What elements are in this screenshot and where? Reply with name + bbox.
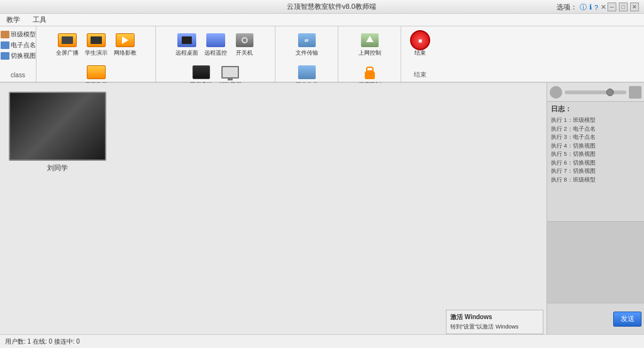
title-bar: 云顶智慧教室软件v8.0教师端 ─ □ ✕ xyxy=(0,0,644,14)
unblack-screen-icon xyxy=(220,63,240,81)
diary-entry-0: 执行 1：班级模型 xyxy=(551,116,640,125)
info-icon[interactable]: ℹ xyxy=(589,3,592,11)
panel-control-icon[interactable] xyxy=(629,86,641,99)
remote-desktop-icon xyxy=(177,31,197,49)
question-icon[interactable]: ? xyxy=(594,4,598,11)
class-section-label: class xyxy=(11,72,25,80)
close-small-icon[interactable]: ✕ xyxy=(601,3,606,11)
fullscreen-broadcast-icon xyxy=(57,31,77,49)
toolbar: 班级模型 电子点名 切换视图 class xyxy=(0,26,644,83)
toolbar-section-broadcast: 全屏广播 学生演示 网络影教 xyxy=(36,26,156,82)
fullscreen-broadcast-button[interactable]: 全屏广播 xyxy=(53,29,81,60)
minimize-button[interactable]: ─ xyxy=(608,3,616,11)
remote-control-button[interactable]: 远程遥控 xyxy=(202,29,230,60)
student-card[interactable]: 刘同学 xyxy=(9,92,106,173)
electronic-roll-icon xyxy=(1,41,9,49)
diary-entry-6: 执行 7：切换视图 xyxy=(551,167,640,176)
menu-item-tools[interactable]: 工具 xyxy=(30,14,49,26)
send-button[interactable]: 发送 xyxy=(613,312,641,327)
app-title: 云顶智慧教室软件v8.0教师端 xyxy=(55,2,608,11)
network-cinema-button[interactable]: 网络影教 xyxy=(111,29,139,60)
slider-thumb xyxy=(606,89,614,96)
diary-entry-5: 执行 6：切换视图 xyxy=(551,159,640,168)
end-icon: ■ xyxy=(410,31,430,49)
windows-activation-notice: 激活 Windows 转到"设置"以激活 Windows xyxy=(446,310,543,334)
distribute-homework-icon xyxy=(297,63,317,81)
student-area: 刘同学 xyxy=(0,83,547,334)
student-screen xyxy=(9,92,106,161)
circle-i-icon[interactable]: ⓘ xyxy=(580,3,587,12)
status-bar: 用户数: 1 在线: 0 接连中: 0 xyxy=(0,334,644,348)
end-button[interactable]: ■ 结束 xyxy=(406,29,434,60)
top-right-controls: 选项： ⓘ ℹ ? ✕ xyxy=(557,3,606,12)
file-transfer-icon: ⇄ xyxy=(297,31,317,49)
panel-avatar-icon xyxy=(550,86,562,99)
diary-entry-1: 执行 2：电子点名 xyxy=(551,125,640,134)
win-activate-title: 激活 Windows xyxy=(450,313,539,322)
right-panel: 日志： 执行 1：班级模型 执行 2：电子点名 执行 3：电子点名 执行 4：切… xyxy=(547,83,644,334)
panel-slider[interactable] xyxy=(565,90,626,94)
remote-control-icon xyxy=(206,31,226,49)
power-icon xyxy=(235,31,255,49)
class-model-button[interactable]: 班级模型 xyxy=(0,30,38,40)
options-label: 选项： xyxy=(557,3,577,12)
demo-teaching-icon xyxy=(86,63,106,81)
maximize-button[interactable]: □ xyxy=(619,3,628,11)
right-panel-top xyxy=(547,83,644,102)
main-content: 刘同学 日志： 执行 1：班级模型 执行 2：电子点名 执行 3：电子点名 执行… xyxy=(0,83,644,334)
program-limit-icon xyxy=(360,63,380,81)
internet-control-icon xyxy=(360,31,380,49)
internet-control-button[interactable]: 上网控制 xyxy=(356,29,384,60)
diary-entry-4: 执行 5：切换视图 xyxy=(551,150,640,159)
diary-entry-3: 执行 4：切换视图 xyxy=(551,142,640,151)
toolbar-section-end: ■ 结束 结束 xyxy=(401,26,439,82)
remote-desktop-button[interactable]: 远程桌面 xyxy=(173,29,201,60)
student-name: 刘同学 xyxy=(47,163,68,173)
toolbar-section-limit: 上网控制 程序限制 学生限制 xyxy=(338,26,401,82)
diary-entry-2: 执行 3：电子点名 xyxy=(551,133,640,142)
menu-item-teach[interactable]: 教学 xyxy=(4,14,23,26)
class-model-icon xyxy=(1,31,9,38)
send-area: 发送 xyxy=(547,303,644,334)
diary-section: 日志： 执行 1：班级模型 执行 2：电子点名 执行 3：电子点名 执行 4：切… xyxy=(547,102,644,221)
toolbar-section-class: 班级模型 电子点名 切换视图 class xyxy=(0,26,36,82)
power-button[interactable]: 开关机 xyxy=(231,29,258,60)
diary-entry-7: 执行 8：班级模型 xyxy=(551,176,640,185)
switch-view-icon xyxy=(1,52,9,60)
electronic-roll-button[interactable]: 电子点名 xyxy=(0,40,38,50)
close-button[interactable]: ✕ xyxy=(630,3,639,11)
window-controls[interactable]: ─ □ ✕ xyxy=(608,3,639,11)
file-transfer-button[interactable]: ⇄ 文件传输 xyxy=(293,29,321,60)
network-cinema-icon xyxy=(115,31,135,49)
student-demo-icon xyxy=(86,31,106,49)
diary-title: 日志： xyxy=(551,104,640,114)
student-demo-button[interactable]: 学生演示 xyxy=(82,29,110,60)
switch-view-button[interactable]: 切换视图 xyxy=(0,51,38,61)
status-text: 用户数: 1 在线: 0 接连中: 0 xyxy=(5,337,80,346)
black-screen-icon xyxy=(191,63,211,81)
toolbar-section-file: ⇄ 文件传输 派发作业 收收作业 文件 xyxy=(275,26,338,82)
win-activate-message: 转到"设置"以激活 Windows xyxy=(450,323,539,331)
toolbar-section-remote: 远程桌面 远程遥控 开关机 黑屏肃静 xyxy=(156,26,275,82)
menu-bar: 教学 工具 xyxy=(0,14,644,26)
end-section-label: 结束 xyxy=(414,70,426,80)
